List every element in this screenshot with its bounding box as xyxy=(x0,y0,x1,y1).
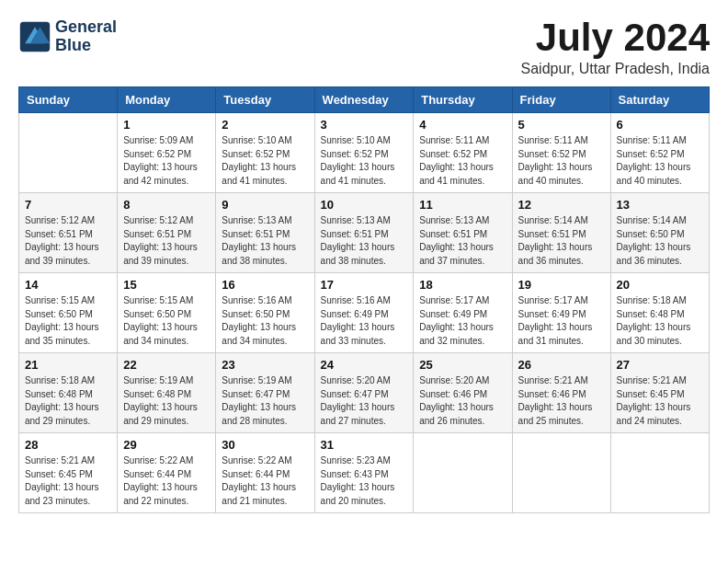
weekday-header: Friday xyxy=(512,87,610,113)
day-number: 14 xyxy=(25,278,111,292)
day-info: Sunrise: 5:21 AM Sunset: 6:45 PM Dayligh… xyxy=(25,454,111,508)
day-number: 24 xyxy=(321,358,408,372)
calendar-week-row: 1Sunrise: 5:09 AM Sunset: 6:52 PM Daylig… xyxy=(19,113,710,193)
calendar-cell: 29Sunrise: 5:22 AM Sunset: 6:44 PM Dayli… xyxy=(118,433,216,513)
day-info: Sunrise: 5:11 AM Sunset: 6:52 PM Dayligh… xyxy=(419,134,506,188)
day-number: 26 xyxy=(518,358,605,372)
logo-line1: General xyxy=(55,18,117,37)
calendar-cell: 5Sunrise: 5:11 AM Sunset: 6:52 PM Daylig… xyxy=(512,113,610,193)
calendar-cell: 7Sunrise: 5:12 AM Sunset: 6:51 PM Daylig… xyxy=(19,193,118,273)
calendar-cell xyxy=(19,113,118,193)
weekday-header: Sunday xyxy=(19,87,118,113)
weekday-header: Thursday xyxy=(414,87,512,113)
day-info: Sunrise: 5:15 AM Sunset: 6:50 PM Dayligh… xyxy=(25,294,111,348)
calendar-cell: 1Sunrise: 5:09 AM Sunset: 6:52 PM Daylig… xyxy=(118,113,216,193)
day-number: 7 xyxy=(25,198,111,212)
day-number: 22 xyxy=(123,358,210,372)
day-number: 29 xyxy=(123,438,210,452)
calendar-cell: 31Sunrise: 5:23 AM Sunset: 6:43 PM Dayli… xyxy=(314,433,414,513)
day-info: Sunrise: 5:20 AM Sunset: 6:47 PM Dayligh… xyxy=(321,374,408,428)
day-info: Sunrise: 5:17 AM Sunset: 6:49 PM Dayligh… xyxy=(419,294,506,348)
calendar-table: SundayMondayTuesdayWednesdayThursdayFrid… xyxy=(18,86,710,513)
calendar-cell: 10Sunrise: 5:13 AM Sunset: 6:51 PM Dayli… xyxy=(314,193,414,273)
day-number: 5 xyxy=(518,118,605,132)
day-info: Sunrise: 5:14 AM Sunset: 6:50 PM Dayligh… xyxy=(617,214,703,268)
day-number: 19 xyxy=(518,278,605,292)
calendar-cell: 17Sunrise: 5:16 AM Sunset: 6:49 PM Dayli… xyxy=(314,273,414,353)
weekday-header: Wednesday xyxy=(314,87,414,113)
day-number: 1 xyxy=(123,118,210,132)
calendar-cell xyxy=(414,433,512,513)
day-info: Sunrise: 5:12 AM Sunset: 6:51 PM Dayligh… xyxy=(123,214,210,268)
day-number: 27 xyxy=(617,358,703,372)
calendar-cell: 15Sunrise: 5:15 AM Sunset: 6:50 PM Dayli… xyxy=(118,273,216,353)
calendar-week-row: 28Sunrise: 5:21 AM Sunset: 6:45 PM Dayli… xyxy=(19,433,710,513)
day-info: Sunrise: 5:19 AM Sunset: 6:47 PM Dayligh… xyxy=(222,374,308,428)
calendar-cell: 2Sunrise: 5:10 AM Sunset: 6:52 PM Daylig… xyxy=(216,113,314,193)
day-info: Sunrise: 5:10 AM Sunset: 6:52 PM Dayligh… xyxy=(222,134,308,188)
day-number: 6 xyxy=(617,118,703,132)
day-info: Sunrise: 5:13 AM Sunset: 6:51 PM Dayligh… xyxy=(321,214,408,268)
day-info: Sunrise: 5:12 AM Sunset: 6:51 PM Dayligh… xyxy=(25,214,111,268)
calendar-header-row: SundayMondayTuesdayWednesdayThursdayFrid… xyxy=(19,87,710,113)
title-area: July 2024 Saidpur, Uttar Pradesh, India xyxy=(521,18,710,77)
day-number: 18 xyxy=(419,278,506,292)
calendar-cell: 13Sunrise: 5:14 AM Sunset: 6:50 PM Dayli… xyxy=(610,193,709,273)
calendar-week-row: 7Sunrise: 5:12 AM Sunset: 6:51 PM Daylig… xyxy=(19,193,710,273)
month-year: July 2024 xyxy=(521,18,710,57)
day-number: 30 xyxy=(222,438,308,452)
logo: General Blue xyxy=(18,18,117,55)
calendar-cell: 30Sunrise: 5:22 AM Sunset: 6:44 PM Dayli… xyxy=(216,433,314,513)
calendar-cell xyxy=(610,433,709,513)
calendar-cell: 12Sunrise: 5:14 AM Sunset: 6:51 PM Dayli… xyxy=(512,193,610,273)
calendar-cell: 28Sunrise: 5:21 AM Sunset: 6:45 PM Dayli… xyxy=(19,433,118,513)
calendar-cell: 24Sunrise: 5:20 AM Sunset: 6:47 PM Dayli… xyxy=(314,353,414,433)
calendar-cell: 8Sunrise: 5:12 AM Sunset: 6:51 PM Daylig… xyxy=(118,193,216,273)
calendar-cell: 3Sunrise: 5:10 AM Sunset: 6:52 PM Daylig… xyxy=(314,113,414,193)
day-info: Sunrise: 5:23 AM Sunset: 6:43 PM Dayligh… xyxy=(321,454,408,508)
day-info: Sunrise: 5:17 AM Sunset: 6:49 PM Dayligh… xyxy=(518,294,605,348)
day-info: Sunrise: 5:13 AM Sunset: 6:51 PM Dayligh… xyxy=(419,214,506,268)
day-info: Sunrise: 5:11 AM Sunset: 6:52 PM Dayligh… xyxy=(518,134,605,188)
day-info: Sunrise: 5:13 AM Sunset: 6:51 PM Dayligh… xyxy=(222,214,308,268)
day-info: Sunrise: 5:14 AM Sunset: 6:51 PM Dayligh… xyxy=(518,214,605,268)
calendar-week-row: 21Sunrise: 5:18 AM Sunset: 6:48 PM Dayli… xyxy=(19,353,710,433)
day-number: 17 xyxy=(321,278,408,292)
day-number: 20 xyxy=(617,278,703,292)
day-number: 10 xyxy=(321,198,408,212)
calendar-cell: 21Sunrise: 5:18 AM Sunset: 6:48 PM Dayli… xyxy=(19,353,118,433)
calendar-cell: 26Sunrise: 5:21 AM Sunset: 6:46 PM Dayli… xyxy=(512,353,610,433)
day-number: 9 xyxy=(222,198,308,212)
calendar-cell: 9Sunrise: 5:13 AM Sunset: 6:51 PM Daylig… xyxy=(216,193,314,273)
logo-icon xyxy=(18,20,51,53)
day-number: 3 xyxy=(321,118,408,132)
page-header: General Blue July 2024 Saidpur, Uttar Pr… xyxy=(18,18,710,77)
day-number: 21 xyxy=(25,358,111,372)
calendar-cell: 4Sunrise: 5:11 AM Sunset: 6:52 PM Daylig… xyxy=(414,113,512,193)
logo-text: General Blue xyxy=(55,18,117,55)
calendar-cell: 23Sunrise: 5:19 AM Sunset: 6:47 PM Dayli… xyxy=(216,353,314,433)
day-info: Sunrise: 5:20 AM Sunset: 6:46 PM Dayligh… xyxy=(419,374,506,428)
day-info: Sunrise: 5:22 AM Sunset: 6:44 PM Dayligh… xyxy=(222,454,308,508)
calendar-cell: 6Sunrise: 5:11 AM Sunset: 6:52 PM Daylig… xyxy=(610,113,709,193)
calendar-cell: 11Sunrise: 5:13 AM Sunset: 6:51 PM Dayli… xyxy=(414,193,512,273)
day-number: 16 xyxy=(222,278,308,292)
day-info: Sunrise: 5:09 AM Sunset: 6:52 PM Dayligh… xyxy=(123,134,210,188)
day-info: Sunrise: 5:16 AM Sunset: 6:50 PM Dayligh… xyxy=(222,294,308,348)
day-info: Sunrise: 5:15 AM Sunset: 6:50 PM Dayligh… xyxy=(123,294,210,348)
day-info: Sunrise: 5:18 AM Sunset: 6:48 PM Dayligh… xyxy=(25,374,111,428)
weekday-header: Monday xyxy=(118,87,216,113)
day-number: 8 xyxy=(123,198,210,212)
day-number: 25 xyxy=(419,358,506,372)
weekday-header: Tuesday xyxy=(216,87,314,113)
calendar-cell xyxy=(512,433,610,513)
day-number: 15 xyxy=(123,278,210,292)
weekday-header: Saturday xyxy=(610,87,709,113)
day-info: Sunrise: 5:10 AM Sunset: 6:52 PM Dayligh… xyxy=(321,134,408,188)
day-number: 2 xyxy=(222,118,308,132)
calendar-cell: 27Sunrise: 5:21 AM Sunset: 6:45 PM Dayli… xyxy=(610,353,709,433)
day-number: 4 xyxy=(419,118,506,132)
day-info: Sunrise: 5:18 AM Sunset: 6:48 PM Dayligh… xyxy=(617,294,703,348)
calendar-cell: 16Sunrise: 5:16 AM Sunset: 6:50 PM Dayli… xyxy=(216,273,314,353)
day-info: Sunrise: 5:11 AM Sunset: 6:52 PM Dayligh… xyxy=(617,134,703,188)
